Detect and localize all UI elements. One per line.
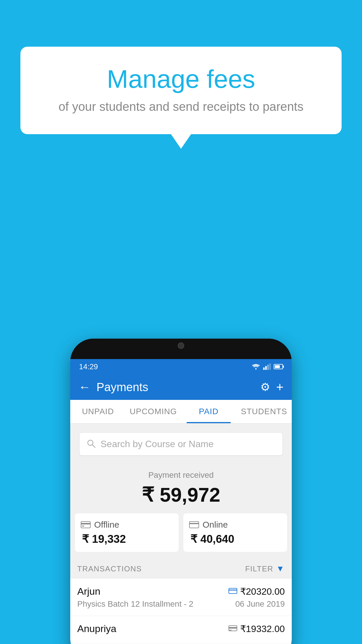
online-icon <box>189 520 199 529</box>
filter-icon: ▼ <box>276 564 285 573</box>
payment-summary: Payment received ₹ 59,972 <box>70 462 292 513</box>
payment-cards: Offline ₹ 19,332 Online ₹ 4 <box>70 513 292 558</box>
svg-rect-9 <box>82 526 84 526</box>
svg-rect-10 <box>189 522 199 528</box>
search-icon <box>87 439 96 449</box>
search-bar[interactable]: Search by Course or Name <box>80 433 282 455</box>
background: Manage fees of your students and send re… <box>0 0 362 644</box>
online-payment-card: Online ₹ 40,640 <box>183 513 287 552</box>
transaction-date: 06 June 2019 <box>235 599 285 609</box>
back-button[interactable]: ← <box>78 380 91 394</box>
transaction-course: Physics Batch 12 Installment - 2 <box>77 599 193 609</box>
transaction-amount-wrapper: ₹20320.00 <box>229 586 285 597</box>
filter-button[interactable]: FILTER ▼ <box>245 564 285 573</box>
header-title: Payments <box>96 381 260 394</box>
online-label: Online <box>203 520 228 530</box>
svg-rect-7 <box>81 522 90 528</box>
transaction-row[interactable]: Anupriya ₹19332.00 <box>70 616 292 644</box>
battery-icon <box>274 364 283 369</box>
transaction-name: Anupriya <box>77 623 116 634</box>
svg-rect-12 <box>229 588 237 594</box>
offline-amount: ₹ 19,332 <box>81 533 173 545</box>
transactions-header: TRANSACTIONS FILTER ▼ <box>70 558 292 579</box>
phone-notch <box>158 339 204 353</box>
offline-icon <box>81 520 91 529</box>
app-header: ← Payments ⚙ + <box>70 374 292 400</box>
search-placeholder: Search by Course or Name <box>101 439 214 449</box>
svg-rect-4 <box>269 363 271 370</box>
svg-rect-15 <box>229 627 237 629</box>
transaction-amount: ₹19332.00 <box>240 623 285 634</box>
svg-rect-2 <box>265 366 267 370</box>
transaction-name: Arjun <box>77 586 100 597</box>
phone-frame: 14:29 <box>70 339 292 644</box>
bubble-subtitle: of your students and send receipts to pa… <box>44 100 318 114</box>
svg-rect-8 <box>81 523 90 524</box>
svg-line-6 <box>92 445 95 447</box>
transaction-payment-icon <box>229 587 237 596</box>
tab-unpaid[interactable]: UNPAID <box>70 400 126 423</box>
tabs: UNPAID UPCOMING PAID STUDENTS <box>70 400 292 424</box>
bubble-title: Manage fees <box>44 64 318 94</box>
phone-top <box>70 339 292 359</box>
svg-rect-1 <box>263 368 265 370</box>
tab-paid[interactable]: PAID <box>181 400 236 423</box>
phone-screen: 14:29 <box>70 359 292 644</box>
status-icons <box>252 363 283 370</box>
payment-received-label: Payment received <box>76 470 286 480</box>
payment-total-amount: ₹ 59,972 <box>76 483 286 506</box>
add-icon[interactable]: + <box>276 380 284 394</box>
wifi-icon <box>252 363 260 370</box>
status-time: 14:29 <box>79 362 98 371</box>
svg-rect-3 <box>267 365 269 370</box>
svg-point-0 <box>255 368 256 370</box>
offline-payment-card: Offline ₹ 19,332 <box>75 513 179 552</box>
offline-label: Offline <box>94 520 119 530</box>
filter-label: FILTER <box>245 564 273 573</box>
header-icons: ⚙ + <box>260 380 284 394</box>
transaction-payment-icon <box>229 625 237 633</box>
svg-rect-16 <box>229 630 231 631</box>
transaction-amount-wrapper: ₹19332.00 <box>229 623 285 634</box>
transaction-row[interactable]: Arjun ₹20320.00 Physics Batch 12 Install… <box>70 579 292 616</box>
transaction-amount: ₹20320.00 <box>240 586 285 597</box>
settings-icon[interactable]: ⚙ <box>260 381 270 393</box>
tab-students[interactable]: STUDENTS <box>236 400 292 423</box>
tab-upcoming[interactable]: UPCOMING <box>126 400 181 423</box>
online-amount: ₹ 40,640 <box>189 533 281 545</box>
speech-bubble: Manage fees of your students and send re… <box>20 47 342 134</box>
camera <box>178 342 184 349</box>
status-bar: 14:29 <box>70 359 292 374</box>
transactions-label: TRANSACTIONS <box>77 564 142 573</box>
signal-icon <box>263 363 271 370</box>
